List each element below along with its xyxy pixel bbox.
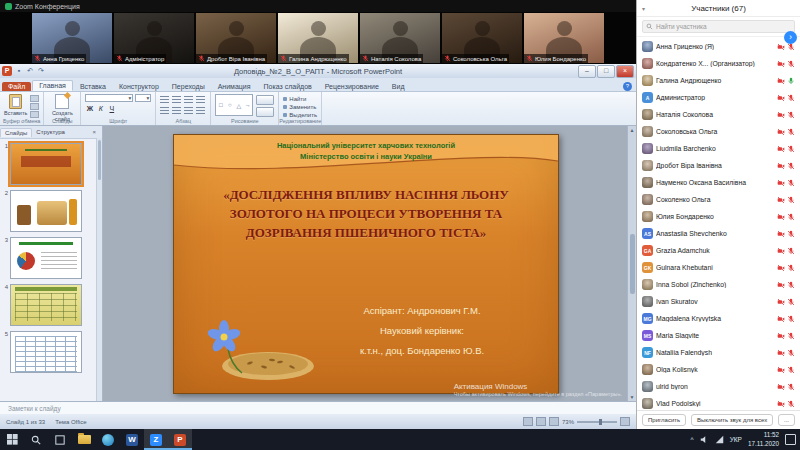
video-tile[interactable]: Дробот Віра Іванівна	[196, 13, 276, 63]
participant-row[interactable]: Галина Андрющенко	[637, 72, 800, 89]
pane-close-icon[interactable]: ×	[92, 129, 96, 135]
ellipse-shape-icon[interactable]: ○	[228, 102, 232, 108]
participant-row[interactable]: Анна Гриценко (Я)	[637, 38, 800, 55]
slide-canvas[interactable]: Національний університет харчових технол…	[173, 134, 559, 394]
triangle-shape-icon[interactable]: △	[237, 102, 242, 109]
close-button[interactable]: ×	[616, 65, 634, 78]
cut-icon[interactable]	[30, 95, 39, 102]
participant-row[interactable]: Юлия Бондаренко	[637, 208, 800, 225]
replace-button[interactable]: Заменить	[283, 103, 317, 110]
arrange-button[interactable]	[256, 95, 274, 105]
taskbar-search-button[interactable]	[24, 429, 48, 450]
align-right-icon[interactable]	[184, 107, 193, 114]
fit-to-window-icon[interactable]	[620, 417, 630, 426]
participant-row[interactable]: AS Anastasiia Shevchenko	[637, 225, 800, 242]
participant-row[interactable]: ulrid byron	[637, 378, 800, 395]
tab-animations[interactable]: Анимация	[212, 82, 257, 91]
select-button[interactable]: Выделить	[283, 111, 317, 118]
line-spacing-icon[interactable]	[196, 96, 205, 103]
editor-scrollbar[interactable]: ▲ ▼	[627, 126, 636, 401]
pane-tab-outline[interactable]: Структура	[32, 128, 68, 136]
tray-expand-icon[interactable]: ^	[691, 436, 694, 443]
slide-thumbnail-5[interactable]	[10, 331, 82, 373]
task-view-button[interactable]	[48, 429, 72, 450]
tab-review[interactable]: Рецензирование	[319, 82, 385, 91]
slide-thumbnail-2[interactable]	[10, 190, 82, 232]
participant-row[interactable]: Кондратенко Х... (Организатор)	[637, 55, 800, 72]
participant-row[interactable]: Olga Kolisnyk	[637, 361, 800, 378]
find-button[interactable]: Найти	[283, 95, 317, 102]
more-button[interactable]: ...	[778, 414, 795, 426]
panel-chevron-icon[interactable]: ▾	[642, 5, 645, 12]
scrollbar-thumb[interactable]	[630, 234, 635, 294]
meeting-info-icon[interactable]	[5, 3, 12, 10]
video-tile[interactable]: Галина Андрющенко	[278, 13, 358, 63]
network-icon[interactable]	[715, 435, 724, 444]
slide-thumbnail-4[interactable]	[10, 284, 82, 326]
copy-icon[interactable]	[30, 103, 39, 110]
maximize-button[interactable]: □	[597, 65, 615, 78]
tab-design[interactable]: Конструктор	[113, 82, 165, 91]
bold-button[interactable]: Ж	[85, 104, 94, 113]
invite-button[interactable]: Пригласить	[642, 414, 686, 426]
participant-row[interactable]: Vlad Podolskyi	[637, 395, 800, 410]
arrow-shape-icon[interactable]: →	[245, 102, 251, 108]
participant-row[interactable]: GK Gulnara Khebutani	[637, 259, 800, 276]
align-center-icon[interactable]	[172, 107, 181, 114]
indent-icon[interactable]	[184, 96, 193, 103]
participant-row[interactable]: Inna Sobol (Zinchenko)	[637, 276, 800, 293]
zoom-slider[interactable]	[577, 421, 617, 423]
save-button[interactable]: ▪	[14, 66, 24, 76]
align-left-icon[interactable]	[160, 107, 169, 114]
participant-row[interactable]: Соколенко Ольга	[637, 191, 800, 208]
language-indicator[interactable]: УКР	[730, 436, 742, 443]
participant-row[interactable]: NF Nataliia Falendysh	[637, 344, 800, 361]
justify-icon[interactable]	[196, 107, 205, 114]
participant-row[interactable]: MG Magdalena Kryvytska	[637, 310, 800, 327]
video-tile[interactable]: Адміністратор	[114, 13, 194, 63]
start-button[interactable]	[0, 429, 24, 450]
participant-row[interactable]: GA Grazia Adamchuk	[637, 242, 800, 259]
redo-button[interactable]: ↷	[36, 66, 46, 76]
font-size-select[interactable]: ▾	[135, 94, 151, 102]
participant-row[interactable]: Наталія Соколова	[637, 106, 800, 123]
powerpoint-titlebar[interactable]: P ▪ ↶ ↷ Доповідь_№2_В_О_РАПТ - Microsoft…	[0, 64, 636, 78]
quick-styles-button[interactable]	[256, 107, 274, 117]
mute-all-button[interactable]: Выключить звук для всех	[691, 414, 773, 426]
tab-transitions[interactable]: Переходы	[166, 82, 211, 91]
file-explorer-button[interactable]	[72, 429, 96, 450]
tab-home[interactable]: Главная	[32, 80, 73, 91]
participant-row[interactable]: MS Maria Slagvite	[637, 327, 800, 344]
slideshow-view-icon[interactable]	[549, 417, 559, 426]
numbering-icon[interactable]	[172, 96, 181, 103]
normal-view-icon[interactable]	[523, 417, 533, 426]
help-icon[interactable]: ?	[623, 82, 632, 91]
video-tile[interactable]: Наталія Соколова	[360, 13, 440, 63]
sorter-view-icon[interactable]	[536, 417, 546, 426]
scroll-up-icon[interactable]: ▲	[630, 127, 635, 133]
tab-file[interactable]: Файл	[2, 82, 31, 91]
underline-button[interactable]: Ч	[107, 104, 116, 113]
undo-button[interactable]: ↶	[25, 66, 35, 76]
scroll-down-icon[interactable]: ▼	[630, 394, 635, 400]
slide-thumbnail-3[interactable]	[10, 237, 82, 279]
zoom-app-button[interactable]: Z	[144, 429, 168, 450]
participant-row[interactable]: Соколовська Ольга	[637, 123, 800, 140]
participant-row[interactable]: Дробот Віра Іванівна	[637, 157, 800, 174]
pane-scrollbar[interactable]	[96, 138, 102, 401]
video-tile[interactable]: Юлия Бондаренко	[524, 13, 604, 63]
tab-view[interactable]: Вид	[386, 82, 411, 91]
bullets-icon[interactable]	[160, 96, 169, 103]
format-painter-icon[interactable]	[30, 111, 39, 118]
volume-icon[interactable]	[700, 435, 709, 444]
taskbar-clock[interactable]: 11:52 17.11.2020	[748, 431, 779, 447]
participant-row[interactable]: Науменко Оксана Василівна	[637, 174, 800, 191]
tab-insert[interactable]: Вставка	[74, 82, 112, 91]
video-tile[interactable]: Анна Гриценко	[32, 13, 112, 63]
tab-slideshow[interactable]: Показ слайдов	[258, 82, 318, 91]
rectangle-shape-icon[interactable]: □	[219, 102, 223, 108]
browser-button[interactable]	[96, 429, 120, 450]
notes-area[interactable]: Заметки к слайду	[0, 401, 636, 414]
pane-tab-slides[interactable]: Слайды	[0, 128, 32, 137]
video-tile[interactable]: Соколовська Ольга	[442, 13, 522, 63]
